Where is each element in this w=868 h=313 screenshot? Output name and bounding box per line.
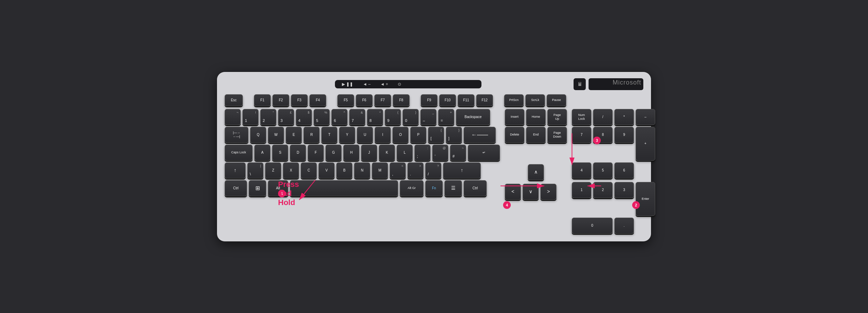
key-rbracket[interactable]: }] — [446, 127, 462, 143]
key-period[interactable]: >. — [407, 162, 424, 179]
key-f3[interactable]: F3 — [291, 94, 308, 106]
key-r[interactable]: R — [304, 127, 320, 143]
key-4[interactable]: $4 — [296, 109, 312, 125]
key-3[interactable]: £3 — [278, 109, 294, 125]
key-equals[interactable]: += — [438, 109, 454, 125]
key-f7[interactable]: F7 — [374, 94, 391, 106]
key-hash[interactable]: ~# — [450, 145, 466, 161]
key-np-minus[interactable]: – — [636, 109, 655, 125]
key-enter-top[interactable]: ←—— — [464, 127, 496, 143]
key-np-9[interactable]: 9 — [614, 127, 634, 143]
key-5[interactable]: %5 — [314, 109, 330, 125]
key-arrow-up[interactable]: ∧ — [528, 164, 544, 180]
key-2[interactable]: "2 — [260, 109, 276, 125]
key-alt-left[interactable]: Alt — [268, 180, 288, 196]
key-l[interactable]: L — [397, 145, 413, 161]
key-f9[interactable]: F9 — [421, 94, 437, 106]
key-backspace[interactable]: Backspace — [456, 109, 490, 125]
key-f[interactable]: F — [308, 145, 324, 161]
key-c[interactable]: C — [301, 162, 317, 179]
key-pageup[interactable]: PageUp — [547, 109, 567, 125]
key-f2[interactable]: F2 — [272, 94, 289, 106]
key-altgr[interactable]: Alt Gr — [400, 180, 424, 196]
key-k[interactable]: K — [379, 145, 395, 161]
key-np-0[interactable]: 0 — [572, 218, 613, 234]
key-backtick[interactable]: ¬ — [225, 109, 241, 125]
mute-btn[interactable]: ⊙ — [398, 82, 401, 87]
play-pause-btn[interactable]: ▶ ❚❚ — [342, 82, 353, 87]
key-f12[interactable]: F12 — [476, 94, 493, 106]
vol-down-btn[interactable]: ◄ – — [363, 82, 371, 87]
key-j[interactable]: J — [361, 145, 377, 161]
key-q[interactable]: Q — [250, 127, 266, 143]
key-np-enter[interactable]: Enter — [636, 182, 655, 216]
key-win[interactable]: ⊞ — [249, 180, 266, 196]
vol-up-btn[interactable]: ◄ + — [380, 82, 388, 87]
key-x[interactable]: X — [283, 162, 299, 179]
key-esc[interactable]: Esc — [225, 94, 243, 106]
key-w[interactable]: W — [268, 127, 284, 143]
key-fn[interactable]: Fn — [425, 180, 443, 196]
key-arrow-left[interactable]: < — [505, 184, 521, 200]
key-scrlk[interactable]: ScrLk — [525, 94, 545, 106]
key-enter[interactable]: ↵ — [468, 145, 500, 161]
key-pause[interactable]: Pause — [547, 94, 566, 106]
key-np-1[interactable]: 1 — [572, 182, 591, 198]
key-p[interactable]: P — [410, 127, 426, 143]
key-f1[interactable]: F1 — [254, 94, 271, 106]
key-7[interactable]: &7 — [349, 109, 365, 125]
key-ctrl-left[interactable]: Ctrl — [225, 180, 247, 196]
key-np-multiply[interactable]: * — [614, 109, 634, 125]
key-t[interactable]: T — [321, 127, 337, 143]
key-shift-right[interactable]: ↑ — [443, 162, 481, 179]
key-f8[interactable]: F8 — [393, 94, 410, 106]
key-end[interactable]: End — [526, 127, 546, 143]
key-np-dot[interactable]: . — [614, 218, 634, 234]
key-space[interactable] — [290, 180, 398, 196]
key-np-7[interactable]: 7 — [572, 127, 591, 143]
key-caps-lock[interactable]: Caps Lock — [225, 145, 253, 161]
key-ctrl-right[interactable]: Ctrl — [464, 180, 487, 196]
key-a[interactable]: A — [254, 145, 270, 161]
key-arrow-right[interactable]: > — [540, 184, 556, 200]
key-backslash[interactable]: |\ — [247, 162, 263, 179]
key-8[interactable]: *8 — [367, 109, 383, 125]
key-pagedown[interactable]: PageDown — [547, 127, 567, 143]
key-6[interactable]: ^6 — [331, 109, 347, 125]
key-prtscn[interactable]: PrtScn — [504, 94, 524, 106]
key-f4[interactable]: F4 — [309, 94, 326, 106]
key-0[interactable]: )0 — [403, 109, 419, 125]
key-np-4[interactable]: 4 — [572, 162, 591, 179]
key-z[interactable]: Z — [265, 162, 281, 179]
key-delete[interactable]: Delete — [505, 127, 524, 143]
key-slash[interactable]: ?/ — [425, 162, 441, 179]
key-menu[interactable]: ☰ — [444, 180, 462, 196]
key-np-divide[interactable]: / — [593, 109, 613, 125]
key-np-6[interactable]: 6 — [614, 162, 634, 179]
key-m[interactable]: M — [372, 162, 388, 179]
key-comma[interactable]: <, — [390, 162, 406, 179]
key-f11[interactable]: F11 — [458, 94, 474, 106]
key-insert[interactable]: Insert — [505, 109, 524, 125]
key-np-3[interactable]: 3 — [614, 182, 634, 198]
key-s[interactable]: S — [272, 145, 288, 161]
key-b[interactable]: B — [336, 162, 352, 179]
key-f6[interactable]: F6 — [356, 94, 373, 106]
key-numlock[interactable]: NumLock — [572, 109, 591, 125]
key-semicolon[interactable]: :; — [414, 145, 431, 161]
key-f5[interactable]: F5 — [337, 94, 354, 106]
key-n[interactable]: N — [354, 162, 370, 179]
key-shift-left[interactable]: ↑ — [225, 162, 246, 179]
key-quote[interactable]: @' — [432, 145, 448, 161]
key-1[interactable]: !1 — [242, 109, 259, 125]
key-g[interactable]: G — [326, 145, 342, 161]
key-arrow-down[interactable]: ∨ — [523, 184, 539, 200]
key-e[interactable]: E — [286, 127, 302, 143]
key-d[interactable]: D — [290, 145, 306, 161]
key-u[interactable]: U — [357, 127, 373, 143]
key-np-2[interactable]: 2 — [593, 182, 613, 198]
key-9[interactable]: (9 — [385, 109, 401, 125]
key-v[interactable]: V — [319, 162, 335, 179]
key-h[interactable]: H — [343, 145, 359, 161]
key-minus[interactable]: _– — [420, 109, 436, 125]
